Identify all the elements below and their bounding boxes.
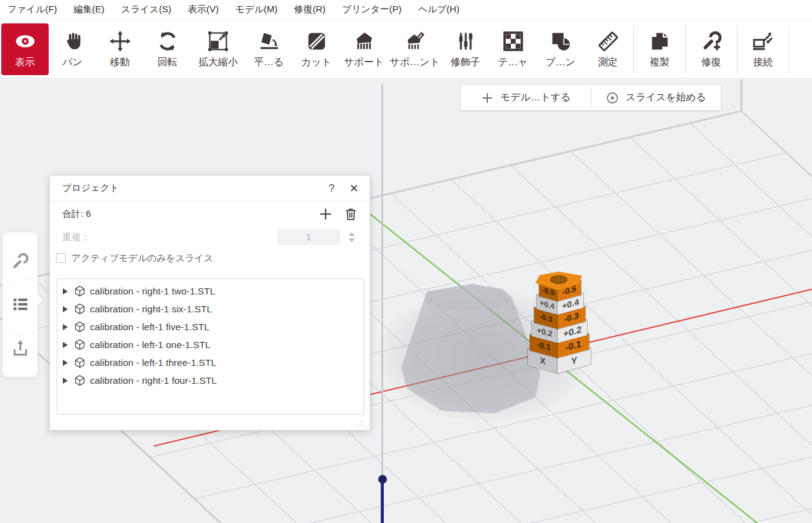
app-window: ファイル(F) 編集(E) スライス(S) 表示(V) モデル(M) 修復(R)… xyxy=(0,0,812,523)
build-volume-edge-back xyxy=(741,79,742,110)
add-model-button[interactable] xyxy=(318,206,333,222)
expand-arrow-icon[interactable] xyxy=(63,324,68,330)
menu-view[interactable]: 表示(V) xyxy=(188,4,219,15)
rotate-icon xyxy=(156,30,179,53)
toolbar-boolean[interactable]: ブ…ン xyxy=(537,23,584,75)
toolbar-measure[interactable]: 測定 xyxy=(584,23,631,75)
connect-device-icon xyxy=(752,30,775,53)
project-panel-header: プロジェクト ? ✕ xyxy=(50,176,370,201)
boolean-shapes-icon xyxy=(549,30,572,53)
help-button[interactable]: ? xyxy=(328,182,334,195)
toolbar-support-paint[interactable]: サポ…ント xyxy=(388,23,442,75)
toolbar-separator xyxy=(685,25,686,73)
duplicate-label: 重複： xyxy=(62,232,277,243)
play-icon xyxy=(606,91,619,105)
spinner-up-icon[interactable] xyxy=(349,232,355,236)
menu-model[interactable]: モデル(M) xyxy=(235,4,278,15)
duplicate-spinner[interactable] xyxy=(345,229,359,245)
slice-active-only-checkbox[interactable] xyxy=(56,253,66,263)
total-label: 合計: 6 xyxy=(62,208,308,220)
total-row: 合計: 6 xyxy=(50,201,370,226)
expand-arrow-icon[interactable] xyxy=(63,378,68,384)
menu-help[interactable]: ヘルプ(H) xyxy=(418,4,460,15)
duplicate-row: 重複： 1 xyxy=(50,226,370,248)
menu-file[interactable]: ファイル(F) xyxy=(7,4,57,15)
calibration-tower[interactable]: -0.5 -0.5 +0.4 +0.4 -0.3 -0.3 +0.2 +0.2 … xyxy=(527,270,596,375)
start-slice-button[interactable]: スライスを始める xyxy=(591,85,721,110)
texture-checker-icon xyxy=(501,30,525,53)
place-flat-icon xyxy=(258,30,281,53)
repair-wrench-icon xyxy=(700,30,723,53)
cube-icon xyxy=(73,285,86,298)
plus-icon xyxy=(481,91,494,105)
menu-printer[interactable]: プリンター(P) xyxy=(342,4,401,15)
toolbar-separator xyxy=(737,25,737,73)
toolbar-pan[interactable]: パン xyxy=(49,23,96,75)
cube-icon xyxy=(73,356,86,369)
close-button[interactable]: ✕ xyxy=(349,182,359,195)
panel-resize-grip[interactable]: .:: xyxy=(357,420,365,427)
settings-wrench-icon[interactable] xyxy=(10,251,30,271)
cube-icon xyxy=(73,302,86,315)
expand-arrow-icon[interactable] xyxy=(63,342,68,348)
menu-edit[interactable]: 編集(E) xyxy=(74,4,105,15)
spinner-down-icon[interactable] xyxy=(349,238,355,242)
expand-arrow-icon[interactable] xyxy=(63,288,68,294)
duplicate-pages-icon xyxy=(648,30,672,53)
action-bar: モデル…トする スライスを始める xyxy=(461,85,721,110)
model-list-item[interactable]: calibration - right-1 six-1.STL xyxy=(57,300,363,318)
menu-slice[interactable]: スライス(S) xyxy=(121,4,171,15)
viewport-3d[interactable]: -0.5 -0.5 +0.4 +0.4 -0.3 -0.3 +0.2 +0.2 … xyxy=(0,79,812,523)
menu-bar: ファイル(F) 編集(E) スライス(S) 表示(V) モデル(M) 修復(R)… xyxy=(0,0,812,20)
toolbar-separator xyxy=(789,25,789,73)
expand-arrow-icon[interactable] xyxy=(63,360,68,366)
tower-top-hole xyxy=(550,275,567,284)
panel-title: プロジェクト xyxy=(62,182,328,194)
z-axis-cap xyxy=(378,475,387,484)
side-tool-strip xyxy=(2,232,38,378)
expand-arrow-icon[interactable] xyxy=(63,306,68,312)
pan-hand-icon xyxy=(61,30,84,53)
project-panel: プロジェクト ? ✕ 合計: 6 重複： 1 アクティブモデルのみをスライス xyxy=(49,175,370,431)
model-list-item[interactable]: calibration - right-1 four-1.STL xyxy=(57,371,363,389)
z-axis-line xyxy=(381,479,384,523)
delete-trash-button[interactable] xyxy=(343,206,359,222)
cube-icon xyxy=(73,338,86,351)
export-upload-icon[interactable] xyxy=(10,338,30,358)
toolbar-rotate[interactable]: 回転 xyxy=(144,23,191,75)
scale-icon xyxy=(206,30,230,53)
model-list: calibration - right-1 two-1.STL calibrat… xyxy=(57,278,364,415)
toolbar-separator xyxy=(633,25,634,73)
measure-ruler-icon xyxy=(596,30,620,53)
move-icon xyxy=(108,30,132,53)
strip-panel-pointer xyxy=(38,294,43,305)
toolbar-texture[interactable]: テ…ャ xyxy=(489,23,537,75)
toolbar-duplicate[interactable]: 複製 xyxy=(636,23,683,75)
menu-repair[interactable]: 修復(R) xyxy=(294,4,326,15)
cube-icon xyxy=(73,320,86,333)
model-list-item[interactable]: calibration - left-1 five-1.STL xyxy=(57,318,363,336)
duplicate-count-input[interactable]: 1 xyxy=(277,229,340,245)
toolbar: 表示 パン 移動 回転 拡大縮小 平…る カット サポート xyxy=(0,20,812,79)
model-list-icon[interactable] xyxy=(10,294,30,314)
toolbar-connect[interactable]: 接続 xyxy=(739,23,787,75)
toolbar-place-flat[interactable]: 平…る xyxy=(245,23,293,75)
toolbar-repair[interactable]: 修復 xyxy=(688,23,735,75)
cube-icon xyxy=(73,374,86,387)
build-volume-edge-front xyxy=(381,84,383,479)
model-list-item[interactable]: calibration - right-1 two-1.STL xyxy=(57,282,363,300)
toolbar-cut[interactable]: カット xyxy=(293,23,340,75)
model-list-item[interactable]: calibration - left-1 three-1.STL xyxy=(57,354,363,371)
support-paint-icon xyxy=(403,30,426,53)
checkbox-label: アクティブモデルのみをスライス xyxy=(71,253,213,264)
toolbar-scale[interactable]: 拡大縮小 xyxy=(191,23,245,75)
cut-icon xyxy=(305,30,328,53)
model-list-item[interactable]: calibration - left-1 one-1.STL xyxy=(57,336,363,354)
support-icon xyxy=(352,30,376,53)
import-model-button[interactable]: モデル…トする xyxy=(461,85,591,110)
toolbar-support[interactable]: サポート xyxy=(340,23,388,75)
modifier-sliders-icon xyxy=(454,30,477,53)
toolbar-move[interactable]: 移動 xyxy=(96,23,144,75)
toolbar-view[interactable]: 表示 xyxy=(1,23,49,75)
toolbar-modifier[interactable]: 修飾子 xyxy=(442,23,489,75)
